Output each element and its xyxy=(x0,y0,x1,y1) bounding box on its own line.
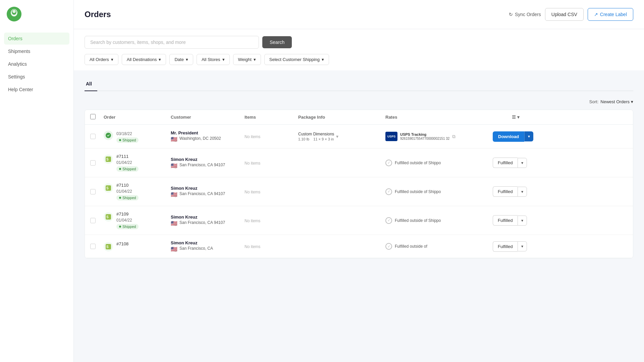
download-button-0[interactable]: Download xyxy=(493,131,524,142)
customer-address-2: 🇺🇸 San Francisco, CA 94107 xyxy=(171,191,245,198)
select-all-checkbox[interactable] xyxy=(90,114,96,119)
table-settings-icon[interactable]: ☰ ▾ xyxy=(512,115,520,120)
fulfilled-button-1[interactable]: Fulfilled xyxy=(493,158,518,168)
create-label-button[interactable]: ↗ Create Label xyxy=(588,8,633,21)
check-circle-1: ✓ xyxy=(385,160,392,166)
customer-address-4: 🇺🇸 San Francisco, CA xyxy=(171,246,245,252)
row-checkbox-4[interactable] xyxy=(90,244,104,249)
sidebar-item-orders[interactable]: Orders xyxy=(4,33,69,45)
search-section: Search All Orders ▾ All Destinations ▾ D… xyxy=(74,29,644,70)
tab-all[interactable]: All xyxy=(85,78,97,91)
status-badge-0: Shipped xyxy=(116,137,139,143)
table-header: Order Customer Items Package Info Rates … xyxy=(85,110,633,125)
badge-dot xyxy=(119,226,121,228)
rates-cell-3: ✓ Fulfilled outside of Shippo xyxy=(385,217,493,224)
table-row: S #7110 01/04/22 Shipped Simon Kreuz xyxy=(85,177,633,206)
order-date-1: 01/04/22 xyxy=(116,160,139,165)
date-filter[interactable]: Date ▾ xyxy=(169,54,193,65)
action-cell-2: Fulfilled ▾ xyxy=(493,186,520,197)
order-number-1: #7111 xyxy=(116,154,139,159)
status-badge-3: Shipped xyxy=(116,224,139,229)
customer-address-3: 🇺🇸 San Francisco, CA 94107 xyxy=(171,220,245,227)
orders-content: All Sort: Newest Orders ▾ Order Customer… xyxy=(74,70,644,266)
fulfilled-button-4[interactable]: Fulfilled xyxy=(493,241,518,252)
header-actions: ↻ Sync Orders Upload CSV ↗ Create Label xyxy=(509,8,633,21)
copy-icon-0[interactable]: ⧉ xyxy=(452,134,455,139)
flag-icon-3: 🇺🇸 xyxy=(171,220,177,227)
sort-value[interactable]: Newest Orders ▾ xyxy=(600,99,633,104)
badge-dot xyxy=(119,139,121,141)
order-date-0: 03/18/22 xyxy=(116,131,139,136)
order-date-3: 01/04/22 xyxy=(116,218,139,223)
usps-logo-0: USPS xyxy=(385,132,397,141)
tracking-info-0: USPS Tracking 926159017554770000002151 3… xyxy=(400,132,449,140)
table-row: 03/18/22 Shipped Mr. President 🇺🇸 Washin… xyxy=(85,125,633,148)
package-info-0: Custom Dimensions 1.10 lb 11 × 9 × 3 in xyxy=(298,132,334,141)
sync-icon: ↻ xyxy=(509,12,513,17)
customer-address-0: 🇺🇸 Washington, DC 20502 xyxy=(171,136,245,142)
customer-name-0: Mr. President xyxy=(171,130,245,135)
row-checkbox-1[interactable] xyxy=(90,160,104,166)
all-destinations-filter[interactable]: All Destinations ▾ xyxy=(122,54,166,65)
sidebar-item-help-center[interactable]: Help Center xyxy=(4,83,69,96)
row-checkbox-2[interactable] xyxy=(90,189,104,194)
customer-name-4: Simon Kreuz xyxy=(171,240,245,245)
svg-text:S: S xyxy=(106,215,109,219)
chevron-down-icon: ▾ xyxy=(254,57,256,62)
action-cell-1: Fulfilled ▾ xyxy=(493,158,520,168)
sidebar-item-settings[interactable]: Settings xyxy=(4,71,69,83)
sync-orders-button[interactable]: ↻ Sync Orders xyxy=(509,12,541,17)
customer-name-3: Simon Kreuz xyxy=(171,215,245,220)
select-customer-shipping-filter[interactable]: Select Customer Shipping ▾ xyxy=(264,54,329,65)
fulfilled-arrow-button-3[interactable]: ▾ xyxy=(518,216,527,226)
svg-text:S: S xyxy=(106,186,109,190)
fulfilled-label-4: Fulfilled outside of xyxy=(395,244,427,249)
order-icon-0 xyxy=(104,131,113,140)
package-cell-0: Custom Dimensions 1.10 lb 11 × 9 × 3 in … xyxy=(298,132,385,141)
search-input[interactable] xyxy=(85,36,259,49)
order-details-1: #7111 01/04/22 Shipped xyxy=(116,154,139,172)
weight-filter[interactable]: Weight ▾ xyxy=(233,54,261,65)
customer-cell-4: Simon Kreuz 🇺🇸 San Francisco, CA xyxy=(171,240,245,252)
col-rates: Rates xyxy=(385,115,493,120)
upload-csv-button[interactable]: Upload CSV xyxy=(545,8,584,21)
sidebar-nav: Orders Shipments Analytics Settings Help… xyxy=(0,33,73,96)
chevron-down-icon: ▾ xyxy=(159,57,161,62)
row-checkbox-0[interactable] xyxy=(90,134,104,139)
sidebar-item-analytics[interactable]: Analytics xyxy=(4,58,69,70)
sidebar-item-shipments[interactable]: Shipments xyxy=(4,45,69,57)
download-arrow-button-0[interactable]: ▾ xyxy=(524,131,533,141)
all-orders-filter[interactable]: All Orders ▾ xyxy=(85,54,118,65)
badge-dot xyxy=(119,168,121,170)
order-details-4: #7108 xyxy=(116,241,128,248)
order-details-3: #7109 01/04/22 Shipped xyxy=(116,212,139,229)
chevron-down-icon: ▾ xyxy=(322,57,324,62)
fulfilled-arrow-button-2[interactable]: ▾ xyxy=(518,187,527,197)
fulfilled-arrow-button-4[interactable]: ▾ xyxy=(518,241,527,251)
rates-cell-4: ✓ Fulfilled outside of xyxy=(385,243,493,250)
package-chevron-icon[interactable]: ▾ xyxy=(336,134,338,139)
fulfilled-arrow-button-1[interactable]: ▾ xyxy=(518,158,527,168)
external-link-icon: ↗ xyxy=(594,12,598,17)
flag-icon-4: 🇺🇸 xyxy=(171,246,177,252)
orders-table: Order Customer Items Package Info Rates … xyxy=(85,110,633,258)
table-row: S #7111 01/04/22 Shipped Simon Kreuz xyxy=(85,148,633,177)
customer-name-1: Simon Kreuz xyxy=(171,157,245,162)
order-icon-4: S xyxy=(104,242,113,251)
sort-label: Sort: Newest Orders ▾ xyxy=(589,99,633,104)
page-header: Orders ↻ Sync Orders Upload CSV ↗ Create… xyxy=(74,0,644,29)
main-content: Orders ↻ Sync Orders Upload CSV ↗ Create… xyxy=(74,0,644,362)
order-row-3: S #7109 01/04/22 Shipped Simon Kreuz xyxy=(85,206,633,235)
check-circle-3: ✓ xyxy=(385,217,392,224)
search-button[interactable]: Search xyxy=(262,36,292,48)
all-stores-filter[interactable]: All Stores ▾ xyxy=(197,54,230,65)
row-checkbox-3[interactable] xyxy=(90,218,104,223)
fulfilled-button-2[interactable]: Fulfilled xyxy=(493,186,518,197)
customer-cell-3: Simon Kreuz 🇺🇸 San Francisco, CA 94107 xyxy=(171,215,245,227)
order-row-2: S #7110 01/04/22 Shipped Simon Kreuz xyxy=(85,177,633,206)
fulfilled-button-3[interactable]: Fulfilled xyxy=(493,215,518,226)
search-row: Search xyxy=(85,36,633,49)
order-row-1: S #7111 01/04/22 Shipped Simon Kreuz xyxy=(85,148,633,177)
svg-point-3 xyxy=(12,10,16,13)
order-details-0: 03/18/22 Shipped xyxy=(116,130,139,143)
